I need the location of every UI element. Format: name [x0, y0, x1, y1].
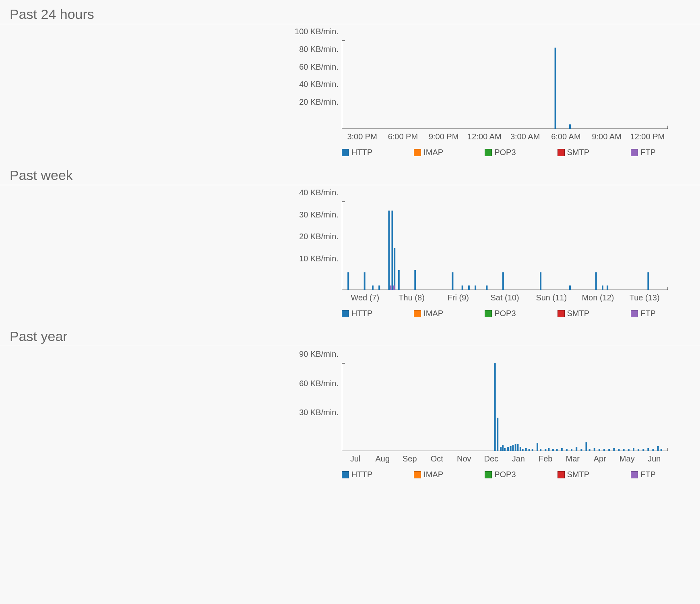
bar	[623, 449, 625, 451]
legend-swatch-icon	[631, 310, 638, 317]
y-tick-label: 20 KB/min.	[299, 97, 339, 107]
legend-swatch-icon	[558, 149, 565, 156]
bar	[347, 272, 349, 290]
bar	[452, 272, 453, 290]
bar	[532, 449, 533, 451]
x-tick-label: 12:00 AM	[464, 132, 505, 141]
legend-item-pop3[interactable]: POP3	[485, 309, 516, 318]
bar	[507, 447, 509, 451]
legend-item-http[interactable]: HTTP	[342, 470, 372, 479]
x-tick-label: Mar	[559, 454, 586, 463]
x-tick-label: Sat (10)	[481, 293, 528, 302]
bar	[502, 445, 504, 451]
y-tick-label: 90 KB/min.	[299, 350, 339, 359]
legend-label: FTP	[640, 309, 656, 318]
x-tick-label: Wed (7)	[342, 293, 388, 302]
legend-item-pop3[interactable]: POP3	[485, 148, 516, 157]
chart-block: 20 KB/min.40 KB/min.60 KB/min.80 KB/min.…	[281, 36, 668, 157]
section-title: Past 24 hours	[0, 4, 700, 24]
bar	[392, 211, 393, 290]
section-past-year: Past year 30 KB/min.60 KB/min.90 KB/min.…	[0, 326, 700, 479]
legend-label: IMAP	[423, 148, 443, 157]
legend-label: HTTP	[351, 148, 372, 157]
legend-item-http[interactable]: HTTP	[342, 148, 372, 157]
bar	[494, 363, 496, 451]
bar	[517, 444, 518, 451]
legend-item-ftp[interactable]: FTP	[631, 148, 656, 157]
x-tick-label: Mon (12)	[575, 293, 622, 302]
legend-label: SMTP	[567, 309, 590, 318]
legend-swatch-icon	[558, 310, 565, 317]
bar	[540, 272, 541, 290]
chart-legend: HTTPIMAPPOP3SMTPFTP	[342, 302, 668, 318]
x-tick-label: 3:00 AM	[505, 132, 545, 141]
legend-swatch-icon	[342, 471, 349, 478]
legend-label: POP3	[494, 148, 516, 157]
bar	[571, 449, 572, 451]
bar	[647, 272, 649, 290]
bar	[414, 270, 416, 290]
y-tick-label: 30 KB/min.	[299, 408, 339, 417]
y-axis: 10 KB/min.20 KB/min.30 KB/min.40 KB/min.	[281, 197, 342, 290]
bar	[580, 449, 582, 451]
legend-item-smtp[interactable]: SMTP	[558, 470, 590, 479]
x-tick-label: Jan	[505, 454, 532, 463]
y-tick-label: 80 KB/min.	[299, 44, 339, 54]
section-title: Past week	[0, 165, 700, 185]
chart-plot	[342, 36, 668, 129]
bar	[510, 446, 512, 451]
bar	[661, 449, 662, 451]
bar	[576, 447, 577, 451]
y-axis: 30 KB/min.60 KB/min.90 KB/min.	[281, 358, 342, 451]
legend-label: IMAP	[423, 470, 443, 479]
legend-item-smtp[interactable]: SMTP	[558, 309, 590, 318]
legend-label: SMTP	[567, 148, 590, 157]
bar	[497, 418, 498, 451]
legend-item-http[interactable]: HTTP	[342, 309, 372, 318]
bar	[529, 449, 530, 451]
legend-item-imap[interactable]: IMAP	[414, 309, 443, 318]
legend-item-imap[interactable]: IMAP	[414, 470, 443, 479]
x-tick-label: Sun (11)	[528, 293, 575, 302]
y-tick-label: 20 KB/min.	[299, 232, 339, 241]
legend-item-smtp[interactable]: SMTP	[558, 148, 590, 157]
legend-item-pop3[interactable]: POP3	[485, 470, 516, 479]
x-tick-label: 9:00 AM	[586, 132, 627, 141]
bar	[390, 285, 392, 290]
bar	[394, 248, 395, 290]
chart-container: 30 KB/min.60 KB/min.90 KB/min. JulAugSep…	[0, 346, 700, 479]
bar	[586, 442, 587, 451]
chart-plot	[342, 197, 668, 290]
bar	[628, 449, 630, 451]
x-tick-label: 6:00 PM	[382, 132, 423, 141]
x-tick-label: Nov	[450, 454, 478, 463]
x-tick-label: Jul	[342, 454, 369, 463]
bar	[647, 448, 649, 451]
chart-legend: HTTPIMAPPOP3SMTPFTP	[342, 463, 668, 479]
bar	[552, 449, 554, 451]
legend-item-imap[interactable]: IMAP	[414, 148, 443, 157]
legend-label: HTTP	[351, 470, 372, 479]
bar	[594, 448, 595, 451]
bar	[486, 285, 487, 290]
legend-swatch-icon	[485, 149, 492, 156]
legend-item-ftp[interactable]: FTP	[631, 309, 656, 318]
legend-swatch-icon	[342, 310, 349, 317]
legend-label: FTP	[640, 148, 656, 157]
bar	[468, 285, 470, 290]
x-tick-label: 9:00 PM	[423, 132, 464, 141]
x-tick-label: Fri (9)	[435, 293, 481, 302]
x-tick-label: Feb	[532, 454, 560, 463]
legend-label: POP3	[494, 309, 516, 318]
bar	[372, 285, 374, 290]
bar	[512, 445, 514, 451]
y-tick-label: 30 KB/min.	[299, 210, 339, 219]
bar	[398, 270, 400, 290]
x-axis: Wed (7)Thu (8)Fri (9)Sat (10)Sun (11)Mon…	[342, 290, 668, 302]
x-tick-label: Aug	[369, 454, 396, 463]
chart-container: 20 KB/min.40 KB/min.60 KB/min.80 KB/min.…	[0, 24, 700, 157]
bar	[388, 211, 390, 290]
bar	[522, 449, 524, 451]
bar	[595, 272, 597, 290]
legend-item-ftp[interactable]: FTP	[631, 470, 656, 479]
